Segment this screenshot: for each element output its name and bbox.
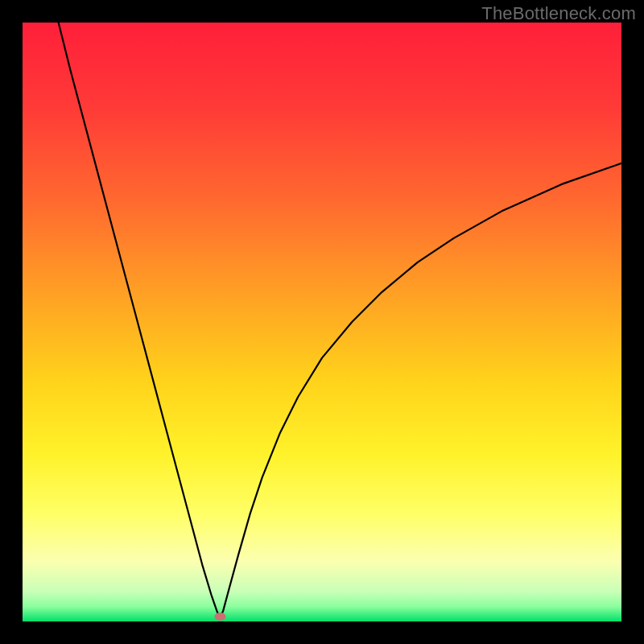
plot-area: [23, 23, 621, 621]
minimum-marker: [215, 613, 226, 621]
chart-frame: TheBottleneck.com: [0, 0, 644, 644]
watermark-text: TheBottleneck.com: [481, 3, 636, 24]
chart-svg: [23, 23, 621, 621]
gradient-background: [23, 23, 621, 621]
